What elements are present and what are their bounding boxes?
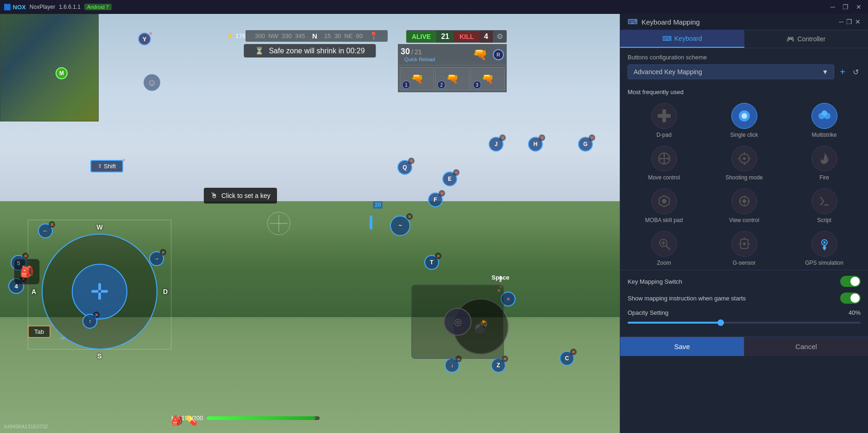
t-key[interactable]: T ✕ bbox=[424, 255, 439, 270]
smiley-key[interactable]: ☺ bbox=[144, 74, 160, 91]
config-refresh-button[interactable]: ↺ bbox=[851, 68, 861, 76]
q-key[interactable]: Q ✕ bbox=[397, 160, 412, 175]
j-key[interactable]: J ✕ bbox=[489, 137, 503, 152]
control-item-view[interactable]: View control bbox=[708, 188, 780, 223]
weapon-slot-num-3: 3 bbox=[473, 81, 481, 89]
shift-close[interactable]: ✕ bbox=[122, 158, 126, 163]
tab-keyboard[interactable]: ⌨ Keyboard bbox=[620, 30, 744, 48]
arrow-right-close[interactable]: ✕ bbox=[160, 249, 166, 255]
c-key[interactable]: C ✕ bbox=[560, 351, 574, 366]
game-area[interactable]: Y ✕ M ⚡ 176 300 NW 330 345 N 15 30 NE 60… bbox=[0, 14, 620, 433]
control-item-script[interactable]: Script bbox=[788, 188, 861, 223]
hp-fill bbox=[207, 416, 315, 420]
e-key-close[interactable]: ✕ bbox=[453, 169, 459, 176]
inventory-icon[interactable]: 🎒 bbox=[14, 259, 40, 285]
title-bar-left: 🟦 NOX NoxPlayer 1.6.6.1.1 Android 7 bbox=[4, 4, 112, 11]
tab-close[interactable]: ✕ bbox=[49, 323, 53, 328]
control-item-dpad[interactable]: D-pad bbox=[628, 103, 700, 138]
opacity-slider-knob[interactable] bbox=[717, 319, 724, 326]
control-item-single-click[interactable]: Single click bbox=[708, 103, 780, 138]
controller-tab-icon: 🎮 bbox=[786, 35, 794, 43]
panel-restore-icon[interactable]: ❐ bbox=[846, 18, 852, 25]
key-mapping-switch-label: Key Mapping Switch bbox=[628, 278, 682, 285]
j-key-close[interactable]: ✕ bbox=[499, 134, 506, 141]
control-item-gps[interactable]: GPS simulation bbox=[788, 231, 861, 266]
control-item-multistrike[interactable]: Multistrike bbox=[788, 103, 861, 138]
config-add-button[interactable]: + bbox=[838, 67, 847, 77]
config-dropdown[interactable]: Advanced Key Mapping ▼ bbox=[628, 64, 834, 79]
control-item-moba[interactable]: MOBA skill pad bbox=[628, 188, 700, 223]
compass-north: N bbox=[312, 32, 317, 40]
arrow-down-key[interactable]: ↓ ✕ bbox=[445, 358, 459, 373]
control-item-fire[interactable]: Fire bbox=[788, 146, 861, 181]
reload-key[interactable]: R bbox=[493, 49, 504, 60]
control-item-zoom[interactable]: Zoom bbox=[628, 231, 700, 266]
weapon2-icon: 🔫 bbox=[446, 73, 459, 85]
view-control-close[interactable]: ✕ bbox=[497, 288, 501, 293]
arrow-left-key[interactable]: ← ✕ bbox=[38, 223, 53, 238]
w-key[interactable]: W bbox=[96, 223, 102, 231]
key-mapping-toggle[interactable] bbox=[840, 276, 861, 287]
weapon-slot-num-1: 1 bbox=[402, 81, 410, 89]
save-button[interactable]: Save bbox=[620, 337, 744, 356]
f-key[interactable]: F ✕ bbox=[428, 192, 443, 207]
view-control-area[interactable]: ◎ ✕ bbox=[411, 285, 504, 359]
t-key-close[interactable]: ✕ bbox=[435, 253, 441, 259]
arrow-left-close[interactable]: ✕ bbox=[49, 221, 55, 228]
s-key[interactable]: S bbox=[97, 352, 101, 360]
aim-bar bbox=[370, 216, 372, 229]
opacity-slider-container[interactable] bbox=[628, 322, 861, 324]
g-key[interactable]: G ✕ bbox=[578, 137, 593, 152]
shift-key[interactable]: ⇧ Shift ✕ bbox=[90, 160, 123, 172]
moba-skill-pad-icon bbox=[651, 188, 677, 214]
settings-gear-icon[interactable]: ⚙ bbox=[493, 30, 507, 43]
weapon-slot-2[interactable]: 🔫 2 bbox=[435, 67, 469, 90]
num5-close[interactable]: ✕ bbox=[22, 253, 29, 259]
restore-button[interactable]: ❐ bbox=[840, 3, 851, 11]
control-item-gsensor[interactable]: G-sensor bbox=[708, 231, 780, 266]
panel-minimize-icon[interactable]: ─ bbox=[839, 18, 843, 25]
movement-pad[interactable]: ✛ W S A D bbox=[42, 234, 157, 350]
z-key[interactable]: Z ✕ bbox=[491, 358, 506, 373]
minimize-button[interactable]: ─ bbox=[828, 3, 838, 11]
e-key[interactable]: E ✕ bbox=[442, 172, 457, 186]
weapon-slot-3[interactable]: 🔫 3 bbox=[471, 67, 505, 90]
show-mapping-toggle[interactable] bbox=[840, 293, 861, 304]
tilde-key[interactable]: ~ ✕ bbox=[390, 216, 410, 236]
control-item-shooting[interactable]: Shooting mode bbox=[708, 146, 780, 181]
movement-circle-outer[interactable]: ✛ bbox=[42, 234, 157, 350]
d-key[interactable]: D bbox=[163, 288, 168, 295]
aim-value-label: 20 bbox=[373, 201, 383, 209]
control-item-move[interactable]: Move control bbox=[628, 146, 700, 181]
arrow-up-close[interactable]: ✕ bbox=[93, 312, 100, 318]
movement-circle-inner[interactable]: ✛ bbox=[72, 264, 127, 319]
arrow-right-key[interactable]: → ✕ bbox=[149, 251, 164, 266]
tab-controller[interactable]: 🎮 Controller bbox=[744, 30, 868, 48]
compass: 300 NW 330 345 N 15 30 NE 60 📍 bbox=[245, 30, 388, 42]
close-button[interactable]: ✕ bbox=[853, 3, 864, 11]
tab-key[interactable]: Tab ✕ bbox=[28, 325, 50, 338]
pencil-icon[interactable]: ✏ bbox=[60, 335, 66, 342]
c-key-close[interactable]: ✕ bbox=[570, 349, 577, 355]
chevron-down-icon: ▼ bbox=[822, 68, 828, 76]
cancel-button[interactable]: Cancel bbox=[744, 337, 868, 356]
arrow-up-key[interactable]: ↑ ✕ bbox=[82, 314, 97, 329]
a-key[interactable]: A bbox=[31, 288, 36, 295]
alive-kill-bar: ALIVE 21 KILL 4 ⚙ bbox=[406, 30, 507, 43]
view-joystick[interactable]: ◎ bbox=[444, 308, 472, 336]
g-key-close[interactable]: ✕ bbox=[589, 134, 595, 141]
mini-map-content bbox=[0, 14, 98, 121]
zoom-label: Zoom bbox=[657, 260, 671, 266]
ammo-icon[interactable]: 💊 bbox=[186, 415, 197, 426]
weapon-slot-1[interactable]: 🔫 1 bbox=[400, 67, 434, 90]
h-key[interactable]: H ✕ bbox=[528, 137, 543, 152]
svg-point-6 bbox=[822, 110, 827, 116]
tilde-close[interactable]: ✕ bbox=[406, 213, 413, 220]
f-key-close[interactable]: ✕ bbox=[439, 190, 445, 197]
weapon-main-info: 30 / 21 Quick Reload 🔫 R bbox=[398, 44, 507, 65]
panel-close-icon[interactable]: ✕ bbox=[855, 18, 861, 25]
h-key-close[interactable]: ✕ bbox=[539, 134, 545, 141]
alive-count: 21 bbox=[436, 31, 454, 43]
q-key-close[interactable]: ✕ bbox=[408, 158, 415, 164]
backpack-icon[interactable]: 🎒 bbox=[171, 415, 183, 426]
